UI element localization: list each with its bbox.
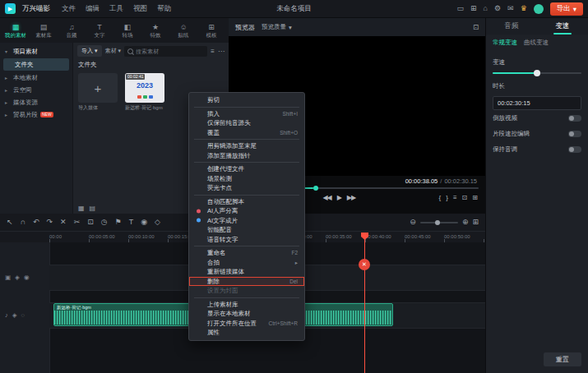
search-input[interactable] — [136, 48, 204, 54]
context-menu-item[interactable]: 设置为封面 — [189, 286, 304, 296]
mute-icon[interactable]: ◌ — [21, 311, 25, 319]
context-menu-item[interactable]: AI人声分离 — [189, 206, 304, 216]
vip-icon[interactable]: ♛ — [521, 5, 527, 12]
sidebar-item[interactable]: ▸贸易片段NEW — [0, 108, 72, 121]
context-menu-item[interactable]: 覆盖Shift+O — [189, 128, 304, 138]
context-menu-item[interactable]: AI文字成片 — [189, 216, 304, 226]
media-nav-tab[interactable]: ▦我的素材 — [2, 23, 30, 38]
layout-icon[interactable]: ▭ — [457, 5, 465, 12]
redo-icon[interactable]: ↷ — [47, 219, 53, 226]
sidebar-item[interactable]: ▸云空间 — [0, 84, 72, 96]
crop-icon[interactable]: ⊡ — [462, 195, 467, 201]
context-menu-item[interactable]: 插入Shift+I — [189, 109, 304, 119]
context-menu-item[interactable]: 智能配音 — [189, 225, 304, 235]
menubar-item[interactable]: 文件 — [62, 4, 76, 14]
list-view-icon[interactable]: ▤ — [90, 205, 96, 212]
search-box[interactable] — [124, 46, 207, 57]
mark-out-icon[interactable]: } — [446, 195, 447, 201]
media-nav-tab[interactable]: ⊞模板 — [197, 23, 225, 38]
import-media-tile[interactable]: + — [78, 73, 118, 103]
sidebar-subitem[interactable]: 文件夹 — [3, 58, 69, 71]
prev-frame-icon[interactable]: ◀◀ — [322, 195, 331, 201]
playhead[interactable] — [364, 233, 365, 373]
reset-button[interactable]: 重置 — [544, 352, 581, 366]
context-menu-item[interactable]: 合拍▸ — [189, 258, 304, 268]
media-nav-tab[interactable]: ☺贴纸 — [169, 23, 197, 38]
grid-view-icon[interactable]: ▦ — [78, 205, 85, 212]
pointer-icon[interactable]: ↖ — [7, 219, 13, 226]
slider-knob[interactable] — [534, 70, 540, 76]
delete-icon[interactable]: ✕ — [60, 219, 67, 226]
settings-icon[interactable]: ⚙ — [494, 5, 501, 12]
properties-tab[interactable]: 变速 — [537, 18, 588, 35]
snap-icon[interactable]: ∩ — [21, 219, 25, 226]
filter-icon[interactable]: ≡ — [211, 48, 215, 55]
media-nav-tab[interactable]: T文字 — [86, 23, 113, 38]
marker-icon[interactable]: ⚑ — [115, 219, 122, 226]
play-icon[interactable]: ▶ — [337, 195, 341, 201]
avatar[interactable] — [534, 4, 544, 14]
record-icon[interactable]: ◉ — [141, 219, 147, 226]
media-type-filter[interactable]: 素材 ▾ — [105, 47, 122, 55]
export-button[interactable]: 导出 ▾ — [550, 2, 583, 16]
context-menu-item[interactable]: 打开文件所在位置Ctrl+Shift+R — [189, 319, 304, 329]
context-menu-item[interactable]: 场景检测 — [189, 174, 304, 184]
context-menu-item-delete[interactable]: 删除Del — [189, 277, 304, 287]
detach-icon[interactable]: ⊡ — [473, 23, 479, 31]
speed-slider[interactable] — [493, 70, 581, 76]
sidebar-item[interactable]: ▸本地素材 — [0, 71, 72, 84]
fullscreen-icon[interactable]: ⊞ — [472, 195, 477, 201]
context-menu-item[interactable]: 荧光卡点 — [189, 183, 304, 193]
zoom-slider-handle[interactable] — [435, 220, 440, 225]
sidebar-item[interactable]: ▸媒体资源 — [0, 96, 72, 108]
toggle-switch[interactable] — [568, 146, 581, 153]
mark-in-icon[interactable]: { — [439, 195, 441, 201]
context-menu-item[interactable]: 重新链接媒体 — [189, 267, 304, 277]
lock-icon[interactable]: ◈ — [15, 274, 20, 281]
context-menu-item[interactable]: 显示在本地素材 — [189, 309, 304, 319]
media-nav-tab[interactable]: ◧转场 — [113, 23, 141, 38]
toggle-switch[interactable] — [568, 115, 581, 122]
audio-track-icon[interactable]: ♪ — [5, 311, 8, 319]
zoom-out-icon[interactable]: ⊖ — [410, 219, 416, 226]
sidebar-item[interactable]: ▾项目素材 — [0, 45, 72, 58]
properties-tab[interactable]: 音频 — [486, 18, 537, 35]
more-icon[interactable]: ⋯ — [218, 48, 225, 55]
menubar-item[interactable]: 视图 — [133, 4, 147, 14]
media-thumbnail[interactable]: 00:02:41 2023 — [125, 73, 164, 103]
context-menu-item[interactable]: 重命名F2 — [189, 248, 304, 258]
menubar-item[interactable]: 帮助 — [157, 4, 171, 14]
import-button[interactable]: 导入 ▾ — [77, 45, 102, 57]
toggle-switch[interactable] — [568, 131, 581, 137]
message-icon[interactable]: ✉ — [507, 5, 514, 12]
split-icon[interactable]: ✂ — [74, 219, 81, 226]
progress-handle[interactable] — [313, 186, 318, 191]
list-icon[interactable]: ≡ — [453, 195, 456, 201]
zoom-slider[interactable] — [420, 222, 458, 223]
context-menu-item[interactable]: 用剪辑添加至末尾 — [189, 141, 304, 151]
zoom-in-icon[interactable]: ⊕ — [462, 219, 469, 226]
text-tool-icon[interactable]: T — [129, 219, 134, 226]
context-menu-item[interactable]: 自动匹配脚本 — [189, 197, 304, 207]
media-nav-tab[interactable]: ★特效 — [141, 23, 169, 38]
context-menu-item[interactable]: 属性 — [189, 328, 304, 338]
delete-marker-icon[interactable]: ✕ — [359, 259, 370, 270]
preview-quality-dropdown[interactable]: 预览质量 ▾ — [262, 23, 292, 31]
media-nav-tab[interactable]: ♫音频 — [58, 23, 86, 38]
next-frame-icon[interactable]: ▶▶ — [347, 195, 355, 201]
lock-icon[interactable]: ◈ — [12, 311, 17, 319]
home-icon[interactable]: ⌂ — [484, 5, 488, 12]
context-menu-item[interactable]: 创建代理文件 — [189, 164, 304, 174]
fit-timeline-icon[interactable]: ⊞ — [472, 219, 479, 226]
grid-icon[interactable]: ⊞ — [470, 5, 477, 12]
context-menu-item[interactable]: 语音转文字 — [189, 235, 304, 245]
speed-mode-tab[interactable]: 曲线变速 — [524, 39, 549, 47]
duration-input[interactable] — [493, 96, 581, 110]
context-menu-item[interactable]: 仅保留纯音源头 — [189, 118, 304, 128]
context-menu-item[interactable]: 剪切 — [189, 95, 304, 105]
context-menu-item[interactable]: 上传素材库 — [189, 300, 304, 310]
menubar-item[interactable]: 编辑 — [86, 4, 100, 14]
speed-icon[interactable]: ◷ — [101, 219, 108, 226]
video-track-icon[interactable]: ▣ — [5, 274, 11, 281]
media-nav-tab[interactable]: ▤素材库 — [30, 23, 58, 38]
